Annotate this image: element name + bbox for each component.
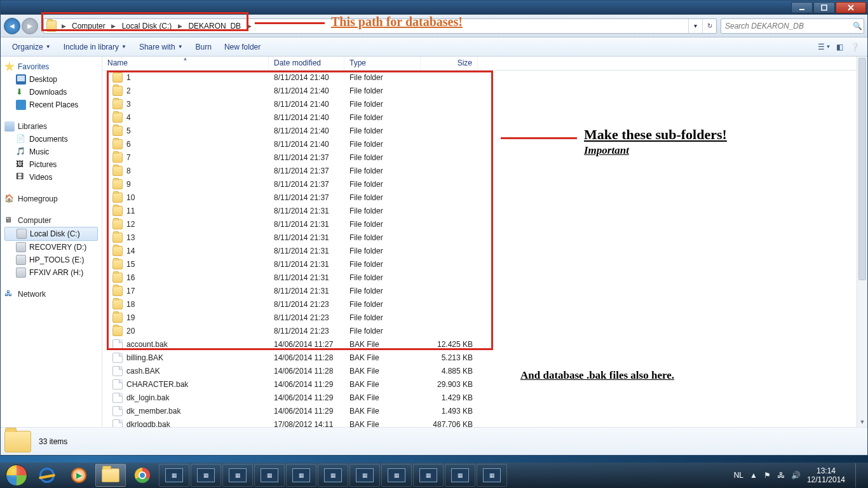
taskbar-app[interactable]: ▦ [477, 464, 507, 487]
help-button[interactable]: ❔ [847, 43, 862, 51]
file-row[interactable]: dkrlogdb.bak17/08/2012 14:11BAK File487.… [102, 417, 867, 427]
file-row[interactable]: dk_login.bak14/06/2014 11:29BAK File1.42… [102, 391, 867, 404]
file-row[interactable]: 28/11/2014 21:40File folder [102, 84, 867, 97]
taskbar-app[interactable]: ▦ [222, 464, 253, 487]
file-row[interactable]: 198/11/2014 21:23File folder [102, 311, 867, 324]
favorites-group[interactable]: Favorites [4, 60, 102, 73]
refresh-button[interactable]: ↻ [702, 19, 716, 33]
tray-language[interactable]: NL [734, 471, 743, 480]
sidebar-pictures[interactable]: Pictures [4, 158, 102, 171]
sidebar-drive-c[interactable]: Local Disk (C:) [4, 227, 98, 241]
view-options-button[interactable]: ☰▼ [817, 43, 832, 51]
file-row[interactable]: 98/11/2014 21:37File folder [102, 177, 867, 191]
taskbar-app[interactable]: ▦ [159, 464, 189, 487]
sidebar-drive-h[interactable]: FFXIV ARR (H:) [4, 266, 102, 279]
sidebar-documents[interactable]: Documents [4, 133, 102, 146]
new-folder-button[interactable]: New folder [218, 43, 267, 51]
file-row[interactable]: 38/11/2014 21:40File folder [102, 97, 867, 111]
file-row[interactable]: 78/11/2014 21:37File folder [102, 151, 867, 164]
computer-group[interactable]: Computer [4, 214, 102, 227]
back-button[interactable]: ◄ [4, 18, 20, 34]
include-in-library-menu[interactable]: Include in library▼ [57, 43, 133, 51]
taskbar-app[interactable]: ▦ [349, 464, 380, 487]
burn-button[interactable]: Burn [189, 43, 218, 51]
close-button[interactable] [836, 2, 866, 13]
sidebar-downloads[interactable]: Downloads [4, 86, 102, 98]
window-titlebar[interactable] [1, 1, 867, 15]
taskbar-explorer[interactable] [95, 464, 126, 487]
file-row[interactable]: 148/11/2014 21:31File folder [102, 244, 867, 257]
breadcrumb[interactable]: ▶ Computer ▶ Local Disk (C:) ▶ DEKARON_D… [59, 19, 254, 33]
crumb-computer[interactable]: Computer [68, 22, 109, 30]
file-row[interactable]: 128/11/2014 21:31File folder [102, 217, 867, 231]
organize-menu[interactable]: Organize▼ [6, 43, 57, 51]
scroll-down-icon[interactable]: ▼ [857, 417, 867, 427]
file-row[interactable]: 88/11/2014 21:37File folder [102, 164, 867, 177]
taskbar-chrome[interactable] [127, 464, 158, 487]
taskbar-app[interactable]: ▦ [254, 464, 285, 487]
taskbar-app[interactable]: ▦ [318, 464, 348, 487]
file-row[interactable]: 168/11/2014 21:31File folder [102, 271, 867, 284]
file-row[interactable]: 108/11/2014 21:37File folder [102, 191, 867, 204]
homegroup-group[interactable]: Homegroup [4, 193, 102, 205]
sidebar-desktop[interactable]: Desktop [4, 73, 102, 86]
taskbar-app[interactable]: ▦ [286, 464, 316, 487]
address-dropdown[interactable]: ▾ [688, 19, 702, 33]
taskbar-app[interactable]: ▦ [445, 464, 475, 487]
file-row[interactable]: 68/11/2014 21:40File folder [102, 137, 867, 151]
col-name[interactable]: ▲Name [102, 57, 269, 70]
chevron-right-icon[interactable]: ▶ [245, 23, 254, 29]
sidebar-recent-places[interactable]: Recent Places [4, 98, 102, 111]
crumb-drive[interactable]: Local Disk (C:) [118, 22, 176, 30]
file-row[interactable]: billing.BAK14/06/2014 11:28BAK File5.213… [102, 351, 867, 364]
file-row[interactable]: CHARACTER.bak14/06/2014 11:29BAK File29.… [102, 377, 867, 391]
minimize-button[interactable] [791, 2, 813, 13]
sidebar-drive-e[interactable]: HP_TOOLS (E:) [4, 254, 102, 266]
file-row[interactable]: 48/11/2014 21:40File folder [102, 111, 867, 124]
tray-flag-icon[interactable]: ⚑ [764, 471, 771, 480]
tray-volume-icon[interactable]: 🔊 [791, 471, 801, 480]
search-icon[interactable]: 🔍 [851, 22, 864, 30]
col-size[interactable]: Size [421, 57, 478, 70]
network-group[interactable]: Network [4, 288, 102, 301]
file-row[interactable]: 118/11/2014 21:31File folder [102, 204, 867, 217]
chevron-right-icon[interactable]: ▶ [59, 23, 68, 29]
file-row[interactable]: 178/11/2014 21:31File folder [102, 284, 867, 297]
start-button[interactable] [3, 464, 31, 487]
taskbar-app[interactable]: ▦ [381, 464, 412, 487]
file-row[interactable]: dk_member.bak14/06/2014 11:29BAK File1.4… [102, 404, 867, 417]
chevron-right-icon[interactable]: ▶ [175, 23, 184, 29]
taskbar-ie[interactable] [32, 464, 62, 487]
tray-network-icon[interactable]: 🖧 [777, 471, 785, 480]
file-row[interactable]: 188/11/2014 21:23File folder [102, 297, 867, 311]
tray-clock[interactable]: 13:14 12/11/2014 [807, 466, 845, 484]
file-row[interactable]: 158/11/2014 21:31File folder [102, 257, 867, 271]
search-input[interactable] [721, 22, 851, 30]
file-row[interactable]: 208/11/2014 21:23File folder [102, 324, 867, 337]
col-type[interactable]: Type [344, 57, 421, 70]
taskbar-app[interactable]: ▦ [191, 464, 221, 487]
libraries-group[interactable]: Libraries [4, 120, 102, 133]
vertical-scrollbar[interactable]: ▲ ▼ [857, 57, 867, 427]
sidebar-drive-d[interactable]: RECOVERY (D:) [4, 241, 102, 254]
file-row[interactable]: account.bak14/06/2014 11:27BAK File12.42… [102, 337, 867, 351]
crumb-folder[interactable]: DEKARON_DB [184, 22, 245, 30]
taskbar-wmp[interactable]: ▶ [64, 464, 94, 487]
col-date[interactable]: Date modified [269, 57, 344, 70]
share-with-menu[interactable]: Share with▼ [133, 43, 189, 51]
show-desktop-button[interactable] [855, 463, 863, 487]
scroll-thumb[interactable] [858, 58, 866, 280]
search-box[interactable]: 🔍 [721, 18, 864, 34]
forward-button[interactable]: ► [22, 18, 38, 34]
sidebar-videos[interactable]: Videos [4, 171, 102, 184]
file-row[interactable]: 138/11/2014 21:31File folder [102, 231, 867, 244]
taskbar-app[interactable]: ▦ [413, 464, 444, 487]
file-row[interactable]: 18/11/2014 21:40File folder [102, 71, 867, 84]
preview-pane-button[interactable]: ◧ [832, 43, 847, 51]
chevron-right-icon[interactable]: ▶ [109, 23, 118, 29]
maximize-button[interactable] [813, 2, 835, 13]
tray-show-hidden-icon[interactable]: ▲ [750, 471, 757, 480]
file-row[interactable]: 58/11/2014 21:40File folder [102, 124, 867, 137]
file-row[interactable]: cash.BAK14/06/2014 11:28BAK File4.885 KB [102, 364, 867, 377]
sidebar-music[interactable]: Music [4, 146, 102, 158]
